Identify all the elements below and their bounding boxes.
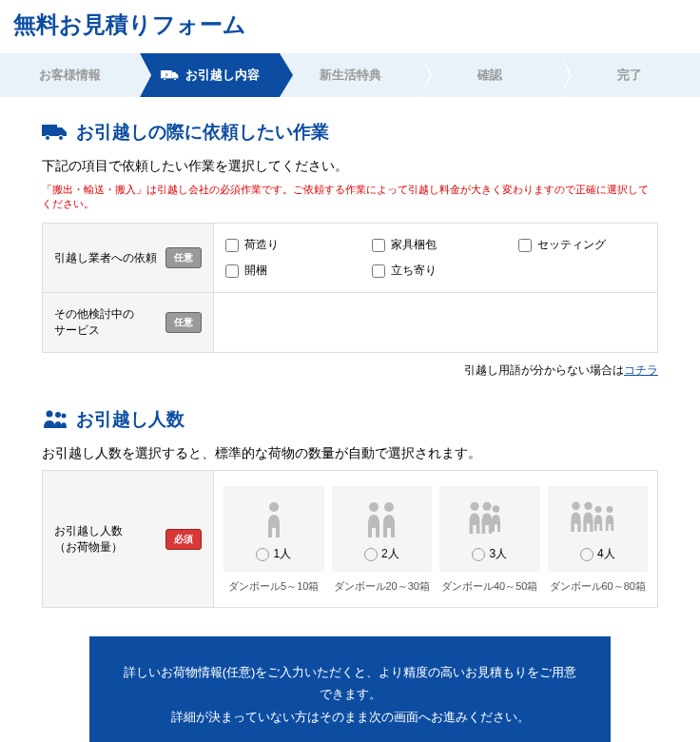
svg-point-14 [269, 502, 279, 512]
box-count-3: ダンボール40～50箱 [439, 579, 540, 594]
radio-icon [364, 548, 378, 561]
svg-point-17 [470, 502, 478, 511]
svg-point-18 [482, 502, 491, 511]
svg-rect-6 [42, 125, 57, 136]
person-icon-1 [245, 499, 302, 537]
progress-bar: お客様情報 2 お引越し内容 新生活特典 確認 完了 [0, 53, 700, 97]
progress-step-confirm: 確認 [420, 53, 560, 97]
checkbox-stopby[interactable]: 立ち寄り [372, 263, 499, 279]
person-icon-2 [353, 499, 410, 537]
progress-step-benefits: 新生活特典 [280, 53, 419, 97]
people-card-2[interactable]: 2人 [332, 486, 433, 572]
svg-point-12 [55, 412, 61, 418]
svg-point-2 [164, 78, 165, 80]
people-table: お引越し人数 （お荷物量） 必須 1人 2人 [42, 470, 658, 608]
people-card-4[interactable]: 4人 [548, 486, 649, 572]
svg-point-11 [47, 411, 53, 418]
checkbox-input[interactable] [372, 264, 385, 278]
optional-badge: 任意 [165, 312, 202, 333]
progress-step-moving: 2 お引越し内容 [140, 53, 280, 97]
checkbox-input[interactable] [518, 239, 532, 252]
checkbox-setting[interactable]: セッティング [518, 237, 646, 253]
section-title-people: お引越し人数 [76, 407, 185, 432]
svg-point-13 [62, 414, 67, 419]
checkbox-packing[interactable]: 荷造り [225, 237, 353, 253]
svg-point-20 [573, 502, 581, 511]
progress-step-customer: お客様情報 [0, 53, 140, 97]
truck-icon [42, 122, 68, 143]
section-warning-tasks: 「搬出・輸送・搬入」は引越し会社の必須作業です。ご依頼する作業によって引越し料金… [42, 183, 658, 211]
person-icon-3 [461, 499, 518, 537]
info-callout: 詳しいお荷物情報(任意)をご入力いただくと、より精度の高いお見積もりをご用意でき… [89, 636, 611, 742]
tasks-table: 引越し業者への依頼 任意 荷造り 家具梱包 セッティング 開梱 立ち寄り その他… [42, 223, 658, 353]
other-options-cell [214, 293, 658, 353]
svg-point-19 [493, 505, 500, 513]
svg-point-22 [595, 506, 602, 513]
box-count-2: ダンボール20～30箱 [332, 579, 433, 594]
svg-point-8 [46, 136, 49, 140]
progress-step-done: 完了 [560, 53, 700, 97]
svg-point-4 [174, 78, 176, 80]
svg-point-15 [369, 502, 379, 512]
checkbox-input[interactable] [225, 264, 239, 278]
section-desc-people: お引越し人数を選択すると、標準的な荷物の数量が自動で選択されます。 [42, 445, 658, 462]
svg-point-23 [607, 506, 613, 513]
radio-icon [580, 548, 593, 561]
section-title-tasks: お引越しの際に依頼したい作業 [76, 120, 329, 145]
svg-point-10 [59, 136, 63, 140]
page-title: 無料お見積りフォーム [0, 0, 700, 53]
required-badge: 必須 [165, 529, 202, 550]
svg-point-16 [384, 502, 394, 512]
truck-icon: 2 [161, 68, 180, 82]
box-count-4: ダンボール60～80箱 [548, 579, 649, 594]
section-header-people: お引越し人数 [42, 407, 658, 432]
radio-icon [472, 548, 485, 561]
section-header-tasks: お引越しの際に依頼したい作業 [42, 120, 658, 145]
radio-icon [256, 548, 269, 561]
help-link-row: 引越し用語が分からない場合はコチラ [42, 362, 658, 379]
request-options-cell: 荷造り 家具梱包 セッティング 開梱 立ち寄り [214, 224, 658, 293]
box-count-1: ダンボール5～10箱 [224, 579, 324, 594]
section-desc-tasks: 下記の項目で依頼したい作業を選択してください。 [42, 158, 658, 175]
help-link[interactable]: コチラ [624, 363, 658, 377]
checkbox-furniture[interactable]: 家具梱包 [372, 237, 499, 253]
people-card-1[interactable]: 1人 [224, 486, 324, 572]
people-card-3[interactable]: 3人 [439, 486, 540, 572]
other-label-cell: その他検討中の サービス 任意 [43, 293, 214, 353]
optional-badge: 任意 [165, 247, 202, 268]
checkbox-input[interactable] [225, 239, 239, 252]
person-icon-4 [569, 499, 626, 537]
request-label-cell: 引越し業者への依頼 任意 [43, 224, 214, 293]
people-label-cell: お引越し人数 （お荷物量） 必須 [43, 471, 214, 608]
people-icon [42, 409, 68, 430]
svg-point-21 [585, 502, 593, 511]
checkbox-unpacking[interactable]: 開梱 [225, 263, 353, 279]
checkbox-input[interactable] [372, 239, 385, 252]
